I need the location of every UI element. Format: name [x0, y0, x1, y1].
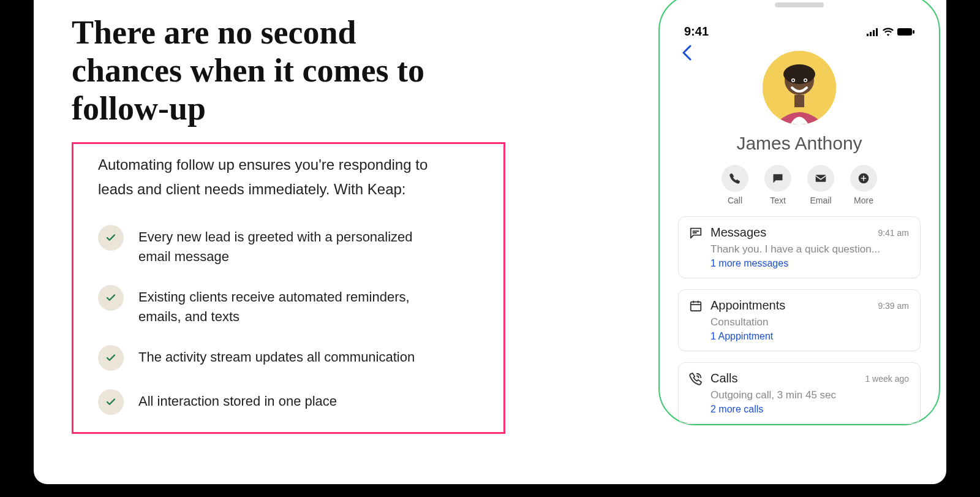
- svg-rect-5: [913, 30, 914, 34]
- feature-item: The activity stream updates all communic…: [98, 345, 479, 371]
- svg-rect-0: [867, 34, 869, 36]
- more-label: More: [854, 195, 873, 205]
- messages-sub: Thank you. I have a quick question...: [710, 243, 909, 256]
- calendar-icon: [688, 299, 703, 313]
- left-column: There are no second chances when it come…: [34, 0, 567, 484]
- messages-time: 9:41 am: [878, 228, 909, 238]
- battery-icon: [897, 28, 914, 36]
- svg-rect-4: [897, 28, 912, 36]
- svg-rect-3: [876, 28, 878, 36]
- headline: There are no second chances when it come…: [72, 13, 464, 127]
- email-action[interactable]: Email: [807, 165, 834, 205]
- highlight-box: Automating follow up ensures you're resp…: [72, 142, 505, 434]
- text-label: Text: [770, 195, 786, 205]
- email-label: Email: [810, 195, 831, 205]
- email-icon: [807, 165, 834, 192]
- feature-text: The activity stream updates all communic…: [138, 345, 426, 367]
- svg-point-12: [805, 80, 807, 82]
- feature-text: All interaction stored in one place: [138, 389, 426, 411]
- feature-item: Existing clients receive automated remin…: [98, 285, 479, 327]
- messages-link[interactable]: 1 more messages: [710, 258, 909, 269]
- phone-speaker: [775, 2, 824, 7]
- chevron-left-icon: [682, 45, 692, 61]
- messages-icon: [688, 226, 703, 240]
- svg-rect-1: [870, 32, 872, 36]
- svg-point-8: [783, 64, 815, 84]
- svg-rect-16: [691, 302, 701, 311]
- call-icon: [688, 372, 703, 385]
- svg-rect-13: [794, 95, 804, 107]
- appointments-card[interactable]: Appointments 9:39 am Consultation 1 Appp…: [678, 289, 921, 351]
- appointments-sub: Consultation: [710, 316, 909, 328]
- appointments-title: Appointments: [710, 298, 870, 313]
- phone-mockup: 9:41: [658, 0, 940, 425]
- calls-time: 1 week ago: [865, 374, 909, 384]
- calls-link[interactable]: 2 more calls: [710, 404, 909, 415]
- avatar: [763, 51, 836, 124]
- messages-title: Messages: [710, 226, 870, 240]
- feature-text: Existing clients receive automated remin…: [138, 285, 426, 327]
- calls-sub: Outgoing call, 3 min 45 sec: [710, 389, 909, 401]
- appointments-link[interactable]: 1 Apppintment: [710, 331, 909, 342]
- messages-card[interactable]: Messages 9:41 am Thank you. I have a qui…: [678, 216, 921, 278]
- feature-text: Every new lead is greeted with a persona…: [138, 225, 426, 267]
- feature-item: All interaction stored in one place: [98, 389, 479, 415]
- svg-rect-14: [816, 175, 826, 182]
- call-label: Call: [728, 195, 742, 205]
- status-bar: 9:41: [678, 25, 921, 39]
- phone-icon: [722, 165, 748, 192]
- feature-item: Every new lead is greeted with a persona…: [98, 225, 479, 267]
- signal-icon: [867, 28, 879, 36]
- intro-paragraph: Automating follow up ensures you're resp…: [98, 153, 459, 202]
- calls-title: Calls: [710, 371, 858, 385]
- contact-name: James Anthony: [678, 133, 921, 154]
- feature-list: Every new lead is greeted with a persona…: [98, 225, 479, 415]
- text-action[interactable]: Text: [764, 165, 791, 205]
- wifi-icon: [883, 28, 894, 36]
- contact-header: James Anthony Call Text: [678, 51, 921, 205]
- right-column: 9:41: [658, 0, 940, 425]
- more-action[interactable]: More: [850, 165, 877, 205]
- check-icon: [98, 225, 124, 251]
- page: There are no second chances when it come…: [34, 0, 946, 484]
- plus-icon: [850, 165, 877, 192]
- svg-point-11: [793, 80, 794, 82]
- svg-rect-2: [873, 30, 875, 36]
- contact-actions: Call Text Email: [678, 165, 921, 205]
- status-time: 9:41: [684, 25, 709, 39]
- calls-card[interactable]: Calls 1 week ago Outgoing call, 3 min 45…: [678, 362, 921, 424]
- check-icon: [98, 389, 124, 415]
- call-action[interactable]: Call: [722, 165, 748, 205]
- check-icon: [98, 285, 124, 311]
- status-icons: [867, 28, 914, 36]
- appointments-time: 9:39 am: [878, 301, 909, 311]
- message-icon: [764, 165, 791, 192]
- check-icon: [98, 345, 124, 371]
